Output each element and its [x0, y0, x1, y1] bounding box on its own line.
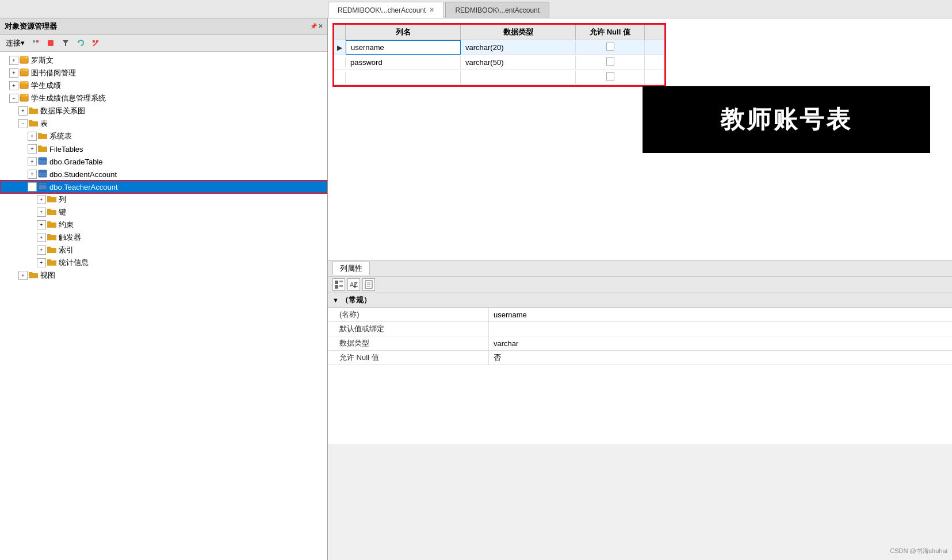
svg-marker-3 [63, 40, 68, 46]
props-row-name: (名称) username [328, 308, 952, 322]
col-row-empty[interactable] [334, 70, 664, 85]
filter-btn[interactable] [59, 37, 72, 49]
cell-empty-name[interactable] [346, 71, 461, 84]
expand-btn-luosiwen[interactable]: + [9, 56, 18, 65]
tree-item-filetables[interactable]: +FileTables [0, 143, 327, 155]
stop-btn[interactable] [44, 37, 57, 49]
expand-btn-keys[interactable]: + [37, 208, 46, 217]
expand-btn-xuesheng[interactable]: + [9, 81, 18, 90]
null-checkbox-empty[interactable] [606, 72, 614, 80]
tree-icon-tables [29, 119, 38, 129]
props-alpha-btn[interactable]: AZ [347, 278, 360, 291]
tree-label-tables: 表 [40, 118, 48, 129]
watermark: CSDN @书海shuhai [890, 547, 947, 555]
expand-btn-views[interactable]: + [18, 271, 28, 280]
expand-btn-cols[interactable]: + [37, 195, 46, 204]
tree-item-database-diagram[interactable]: +数据库关系图 [0, 105, 327, 117]
column-definition-grid: 列名 数据类型 允许 Null 值 ▶ username varchar(20)… [332, 23, 666, 87]
tree-item-xuesheng[interactable]: +学生成绩 [0, 79, 327, 92]
row-indicator-2 [334, 57, 346, 68]
refresh-btn-1[interactable] [29, 37, 42, 49]
expand-btn-database-diagram[interactable]: + [18, 106, 28, 116]
col-row-username[interactable]: ▶ username varchar(20) [334, 40, 664, 55]
row-indicator-3 [334, 72, 346, 83]
col-row-password[interactable]: password varchar(50) [334, 55, 664, 70]
cell-empty-null [576, 70, 645, 85]
tree-item-triggers[interactable]: +触发器 [0, 231, 327, 244]
tree-icon-database-diagram [29, 106, 38, 116]
props-value-default [489, 327, 952, 331]
props-label-allownull: 允许 Null 值 [328, 351, 489, 365]
tree-item-tushujiedu[interactable]: +图书借阅管理 [0, 67, 327, 79]
expand-btn-xueshengxinxi[interactable]: − [9, 94, 18, 103]
expand-btn-filetables[interactable]: + [28, 144, 37, 154]
tree-item-luosiwen[interactable]: +罗斯文 [0, 54, 327, 67]
expand-btn-teacheraccount[interactable]: − [28, 182, 37, 191]
expand-btn-triggers[interactable]: + [37, 233, 46, 242]
explorer-toolbar: 连接▾ [0, 34, 327, 52]
props-row-datatype: 数据类型 varchar [328, 336, 952, 351]
expand-btn-xitongbiao[interactable]: + [28, 132, 37, 141]
tree-item-tables[interactable]: −表 [0, 117, 327, 130]
tree-label-xuesheng: 学生成绩 [31, 80, 61, 91]
tree-icon-tushujiedu [20, 68, 29, 79]
tree-item-constraints[interactable]: +约束 [0, 218, 327, 231]
props-row-allownull: 允许 Null 值 否 [328, 351, 952, 365]
refresh-btn-2[interactable] [74, 37, 87, 49]
tree-item-xitongbiao[interactable]: +系统表 [0, 130, 327, 143]
tree-icon-teacheraccount [38, 182, 47, 193]
tree-item-studentaccount[interactable]: +dbo.StudentAccount [0, 168, 327, 181]
expand-btn-studentaccount[interactable]: + [28, 170, 37, 179]
tree-label-studentaccount: dbo.StudentAccount [49, 170, 117, 179]
tree-item-keys[interactable]: +键 [0, 206, 327, 218]
tree-label-tushujiedu: 图书借阅管理 [31, 68, 76, 78]
tree-item-indexes[interactable]: +索引 [0, 244, 327, 256]
cell-password-name[interactable]: password [346, 56, 461, 69]
null-checkbox-password[interactable] [606, 57, 614, 66]
tree-icon-statistics [47, 258, 56, 268]
tree-item-gradetable[interactable]: +dbo.GradeTable [0, 155, 327, 168]
svg-rect-32 [335, 281, 338, 284]
col-grid-header: 列名 数据类型 允许 Null 值 [334, 25, 664, 40]
props-section-label: （常规） [341, 295, 371, 305]
expand-btn-gradetable[interactable]: + [28, 157, 37, 166]
cell-username-name[interactable]: username [346, 40, 461, 55]
expand-btn-tables[interactable]: − [18, 119, 28, 128]
tab-teacher-account[interactable]: REDMIBOOK\...cherAccount ✕ [328, 2, 444, 18]
col-header-null: 允许 Null 值 [576, 25, 645, 40]
tree-icon-cols [47, 195, 56, 205]
tree-item-statistics[interactable]: +统计信息 [0, 256, 327, 269]
tree-item-teacheraccount[interactable]: −dbo.TeacherAccount [0, 181, 327, 193]
close-panel-icon[interactable]: ✕ [318, 23, 323, 29]
tab-teacher-label: REDMIBOOK\...cherAccount [338, 6, 426, 14]
tree-item-views[interactable]: +视图 [0, 269, 327, 282]
tree-icon-indexes [47, 246, 56, 255]
tab-student-account[interactable]: REDMIBOOK\...entAccount [445, 2, 549, 18]
tree-icon-constraints [47, 220, 56, 230]
expand-btn-tushujiedu[interactable]: + [9, 68, 18, 78]
expand-btn-indexes[interactable]: + [37, 246, 46, 255]
panel-header: 对象资源管理器 📌 ✕ [0, 18, 327, 34]
connect-button[interactable]: 连接▾ [3, 37, 27, 49]
delete-btn[interactable] [89, 37, 102, 49]
properties-panel: 列属性 AZ [328, 260, 952, 444]
tree-item-xueshengxinxi[interactable]: −学生成绩信息管理系统 [0, 92, 327, 105]
props-tab-column[interactable]: 列属性 [332, 262, 370, 275]
props-value-datatype: varchar [489, 337, 952, 350]
pin-icon[interactable]: 📌 [310, 23, 317, 29]
props-label-name: (名称) [328, 308, 489, 321]
tree-item-cols[interactable]: +列 [0, 193, 327, 206]
tree-icon-triggers [47, 233, 56, 243]
null-checkbox-username[interactable] [606, 43, 614, 51]
props-page-btn[interactable] [362, 278, 375, 291]
main-layout: 对象资源管理器 📌 ✕ 连接▾ [0, 18, 952, 560]
left-panel: 对象资源管理器 📌 ✕ 连接▾ [0, 18, 328, 560]
tree-label-keys: 键 [59, 207, 66, 217]
tree-label-gradetable: dbo.GradeTable [49, 158, 103, 166]
close-tab-teacher[interactable]: ✕ [429, 6, 434, 14]
props-categorized-btn[interactable] [332, 278, 345, 291]
tree-label-teacheraccount: dbo.TeacherAccount [49, 183, 118, 191]
expand-btn-constraints[interactable]: + [37, 220, 46, 229]
panel-title: 对象资源管理器 [5, 21, 57, 32]
expand-btn-statistics[interactable]: + [37, 258, 46, 267]
